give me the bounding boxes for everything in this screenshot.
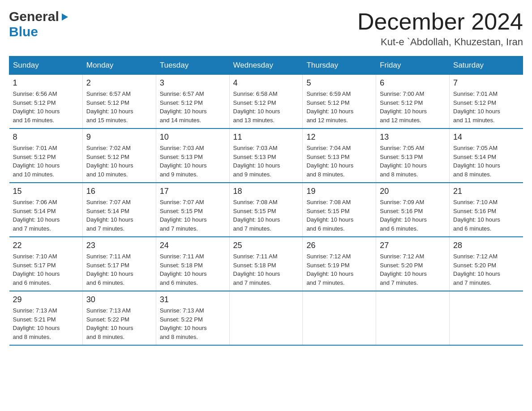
day-number: 13 bbox=[380, 133, 446, 142]
day-info: Sunrise: 7:13 AM Sunset: 5:22 PM Dayligh… bbox=[86, 306, 152, 341]
day-info: Sunrise: 7:06 AM Sunset: 5:14 PM Dayligh… bbox=[13, 198, 79, 233]
day-info: Sunrise: 6:57 AM Sunset: 5:12 PM Dayligh… bbox=[160, 90, 226, 124]
day-info: Sunrise: 7:00 AM Sunset: 5:12 PM Dayligh… bbox=[380, 90, 446, 124]
day-info: Sunrise: 6:59 AM Sunset: 5:12 PM Dayligh… bbox=[306, 90, 372, 124]
header-saturday: Saturday bbox=[450, 56, 523, 75]
calendar-week-row: 8 Sunrise: 7:01 AM Sunset: 5:12 PM Dayli… bbox=[9, 128, 523, 183]
calendar-cell bbox=[303, 291, 376, 345]
day-number: 11 bbox=[233, 133, 299, 142]
logo-blue-text: Blue bbox=[9, 24, 38, 39]
day-number: 12 bbox=[306, 133, 372, 142]
calendar-cell: 17 Sunrise: 7:07 AM Sunset: 5:15 PM Dayl… bbox=[156, 183, 229, 237]
calendar-cell: 26 Sunrise: 7:12 AM Sunset: 5:19 PM Dayl… bbox=[303, 237, 376, 291]
header-monday: Monday bbox=[82, 56, 156, 75]
day-info: Sunrise: 7:11 AM Sunset: 5:17 PM Dayligh… bbox=[86, 252, 152, 287]
day-info: Sunrise: 7:12 AM Sunset: 5:20 PM Dayligh… bbox=[453, 252, 519, 287]
day-number: 29 bbox=[13, 295, 79, 304]
calendar-title-area: December 2024 Kut-e `Abdollah, Khuzestan… bbox=[357, 9, 523, 48]
day-info: Sunrise: 6:56 AM Sunset: 5:12 PM Dayligh… bbox=[13, 90, 79, 124]
calendar-table: SundayMondayTuesdayWednesdayThursdayFrid… bbox=[9, 56, 523, 346]
calendar-cell: 11 Sunrise: 7:03 AM Sunset: 5:13 PM Dayl… bbox=[229, 128, 303, 183]
day-info: Sunrise: 7:01 AM Sunset: 5:12 PM Dayligh… bbox=[13, 144, 79, 179]
day-number: 18 bbox=[233, 187, 299, 196]
calendar-cell: 27 Sunrise: 7:12 AM Sunset: 5:20 PM Dayl… bbox=[376, 237, 450, 291]
calendar-cell: 12 Sunrise: 7:04 AM Sunset: 5:13 PM Dayl… bbox=[303, 128, 376, 183]
calendar-cell: 15 Sunrise: 7:06 AM Sunset: 5:14 PM Dayl… bbox=[9, 183, 83, 237]
day-info: Sunrise: 7:12 AM Sunset: 5:20 PM Dayligh… bbox=[380, 252, 446, 287]
page-header: General Blue December 2024 Kut-e `Abdoll… bbox=[9, 9, 523, 48]
calendar-cell: 25 Sunrise: 7:11 AM Sunset: 5:18 PM Dayl… bbox=[229, 237, 303, 291]
day-info: Sunrise: 6:57 AM Sunset: 5:12 PM Dayligh… bbox=[86, 90, 152, 124]
day-number: 31 bbox=[160, 295, 226, 304]
day-info: Sunrise: 7:07 AM Sunset: 5:14 PM Dayligh… bbox=[86, 198, 152, 233]
day-number: 3 bbox=[160, 78, 226, 88]
day-info: Sunrise: 7:05 AM Sunset: 5:14 PM Dayligh… bbox=[453, 144, 519, 179]
day-number: 23 bbox=[86, 241, 152, 250]
day-info: Sunrise: 7:08 AM Sunset: 5:15 PM Dayligh… bbox=[233, 198, 299, 233]
day-number: 1 bbox=[13, 78, 79, 88]
day-info: Sunrise: 7:02 AM Sunset: 5:12 PM Dayligh… bbox=[86, 144, 152, 179]
month-year-title: December 2024 bbox=[357, 9, 523, 34]
day-number: 15 bbox=[13, 187, 79, 196]
calendar-cell: 20 Sunrise: 7:09 AM Sunset: 5:16 PM Dayl… bbox=[376, 183, 450, 237]
calendar-cell: 10 Sunrise: 7:03 AM Sunset: 5:13 PM Dayl… bbox=[156, 128, 229, 183]
day-number: 10 bbox=[160, 133, 226, 142]
calendar-cell: 19 Sunrise: 7:08 AM Sunset: 5:15 PM Dayl… bbox=[303, 183, 376, 237]
location-subtitle: Kut-e `Abdollah, Khuzestan, Iran bbox=[357, 36, 523, 48]
day-info: Sunrise: 7:04 AM Sunset: 5:13 PM Dayligh… bbox=[306, 144, 372, 179]
day-number: 22 bbox=[13, 241, 79, 250]
day-info: Sunrise: 7:13 AM Sunset: 5:22 PM Dayligh… bbox=[160, 306, 226, 341]
header-friday: Friday bbox=[376, 56, 450, 75]
day-number: 2 bbox=[86, 78, 152, 88]
day-number: 19 bbox=[306, 187, 372, 196]
calendar-cell bbox=[376, 291, 450, 345]
day-info: Sunrise: 7:10 AM Sunset: 5:17 PM Dayligh… bbox=[13, 252, 79, 287]
calendar-week-row: 29 Sunrise: 7:13 AM Sunset: 5:21 PM Dayl… bbox=[9, 291, 523, 345]
day-number: 26 bbox=[306, 241, 372, 250]
day-info: Sunrise: 7:11 AM Sunset: 5:18 PM Dayligh… bbox=[233, 252, 299, 287]
calendar-cell bbox=[450, 291, 523, 345]
day-info: Sunrise: 7:10 AM Sunset: 5:16 PM Dayligh… bbox=[453, 198, 519, 233]
day-number: 20 bbox=[380, 187, 446, 196]
calendar-cell: 29 Sunrise: 7:13 AM Sunset: 5:21 PM Dayl… bbox=[9, 291, 83, 345]
calendar-cell: 3 Sunrise: 6:57 AM Sunset: 5:12 PM Dayli… bbox=[156, 75, 229, 129]
day-number: 21 bbox=[453, 187, 519, 196]
calendar-cell: 13 Sunrise: 7:05 AM Sunset: 5:13 PM Dayl… bbox=[376, 128, 450, 183]
header-wednesday: Wednesday bbox=[229, 56, 303, 75]
header-thursday: Thursday bbox=[303, 56, 376, 75]
day-number: 28 bbox=[453, 241, 519, 250]
logo: General Blue bbox=[9, 9, 70, 39]
logo-arrow-icon bbox=[60, 12, 70, 22]
calendar-cell: 21 Sunrise: 7:10 AM Sunset: 5:16 PM Dayl… bbox=[450, 183, 523, 237]
day-info: Sunrise: 7:11 AM Sunset: 5:18 PM Dayligh… bbox=[160, 252, 226, 287]
day-info: Sunrise: 7:05 AM Sunset: 5:13 PM Dayligh… bbox=[380, 144, 446, 179]
day-info: Sunrise: 7:03 AM Sunset: 5:13 PM Dayligh… bbox=[233, 144, 299, 179]
calendar-cell: 1 Sunrise: 6:56 AM Sunset: 5:12 PM Dayli… bbox=[9, 75, 83, 129]
calendar-cell: 23 Sunrise: 7:11 AM Sunset: 5:17 PM Dayl… bbox=[82, 237, 156, 291]
day-info: Sunrise: 7:13 AM Sunset: 5:21 PM Dayligh… bbox=[13, 306, 79, 341]
day-number: 30 bbox=[86, 295, 152, 304]
svg-marker-0 bbox=[62, 13, 68, 21]
calendar-cell: 31 Sunrise: 7:13 AM Sunset: 5:22 PM Dayl… bbox=[156, 291, 229, 345]
day-number: 9 bbox=[86, 133, 152, 142]
calendar-week-row: 1 Sunrise: 6:56 AM Sunset: 5:12 PM Dayli… bbox=[9, 75, 523, 129]
calendar-cell: 22 Sunrise: 7:10 AM Sunset: 5:17 PM Dayl… bbox=[9, 237, 83, 291]
day-info: Sunrise: 7:07 AM Sunset: 5:15 PM Dayligh… bbox=[160, 198, 226, 233]
calendar-cell: 5 Sunrise: 6:59 AM Sunset: 5:12 PM Dayli… bbox=[303, 75, 376, 129]
calendar-cell bbox=[229, 291, 303, 345]
day-number: 14 bbox=[453, 133, 519, 142]
calendar-cell: 9 Sunrise: 7:02 AM Sunset: 5:12 PM Dayli… bbox=[82, 128, 156, 183]
calendar-header-row: SundayMondayTuesdayWednesdayThursdayFrid… bbox=[9, 56, 523, 75]
calendar-cell: 2 Sunrise: 6:57 AM Sunset: 5:12 PM Dayli… bbox=[82, 75, 156, 129]
calendar-cell: 14 Sunrise: 7:05 AM Sunset: 5:14 PM Dayl… bbox=[450, 128, 523, 183]
day-number: 27 bbox=[380, 241, 446, 250]
day-info: Sunrise: 7:01 AM Sunset: 5:12 PM Dayligh… bbox=[453, 90, 519, 124]
calendar-cell: 4 Sunrise: 6:58 AM Sunset: 5:12 PM Dayli… bbox=[229, 75, 303, 129]
calendar-cell: 24 Sunrise: 7:11 AM Sunset: 5:18 PM Dayl… bbox=[156, 237, 229, 291]
day-number: 4 bbox=[233, 78, 299, 88]
day-number: 17 bbox=[160, 187, 226, 196]
day-info: Sunrise: 7:03 AM Sunset: 5:13 PM Dayligh… bbox=[160, 144, 226, 179]
day-number: 6 bbox=[380, 78, 446, 88]
day-info: Sunrise: 6:58 AM Sunset: 5:12 PM Dayligh… bbox=[233, 90, 299, 124]
calendar-cell: 30 Sunrise: 7:13 AM Sunset: 5:22 PM Dayl… bbox=[82, 291, 156, 345]
